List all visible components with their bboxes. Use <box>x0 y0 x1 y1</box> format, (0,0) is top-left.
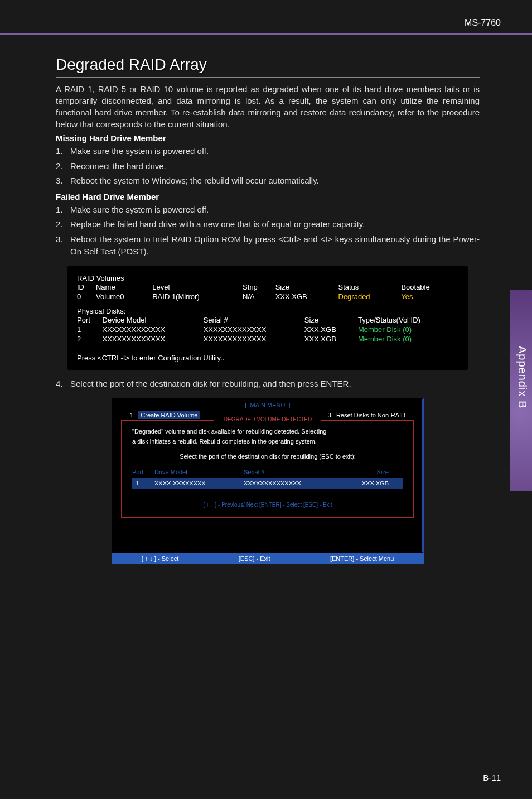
col-size: Size <box>275 282 338 292</box>
missing-steps: Make sure the system is powered off. Rec… <box>56 145 480 187</box>
pcell-port: 1 <box>77 325 103 334</box>
cell-status: Degraded <box>338 292 402 301</box>
failed-heading: Failed Hard Drive Member <box>56 192 480 201</box>
col-id: ID <box>77 282 96 292</box>
cell-size: XXX.XGB <box>275 292 338 301</box>
col-size: Size <box>344 468 389 478</box>
cell-size: XXX.XGB <box>344 479 389 489</box>
col-level: Level <box>152 282 243 292</box>
hint-select-menu: [ENTER] - Select Menu <box>330 555 394 562</box>
col-port: Port <box>132 468 154 478</box>
pcol-type: Type/Status(Vol ID) <box>358 315 458 325</box>
pcell-port: 2 <box>77 334 103 344</box>
cell-id: 0 <box>77 292 96 301</box>
hint-exit: [ESC] - Exit <box>239 555 270 562</box>
list-item: Make sure the system is powered off. <box>56 204 480 216</box>
failed-steps: Make sure the system is powered off. Rep… <box>56 204 480 258</box>
list-item: Reboot the system to Intel RAID Option R… <box>56 233 480 258</box>
intro-paragraph: A RAID 1, RAID 5 or RAID 10 volume is re… <box>56 83 480 130</box>
list-item: Make sure the system is powered off. <box>56 145 480 158</box>
col-strip: Strip <box>243 282 275 292</box>
bottom-nav-bar: [ ↑ ↓ ] - Select [ESC] - Exit [ENTER] - … <box>112 553 424 564</box>
col-drive-model: Drive Model <box>154 468 244 478</box>
page-number: B-11 <box>483 773 501 782</box>
hint-select: [ ↑ ↓ ] - Select <box>142 555 179 562</box>
col-bootable: Bootable <box>401 282 458 292</box>
section-title: Degraded RAID Array <box>56 56 480 78</box>
bios-raid-volumes-panel: RAID Volumes ID Name Level Strip Size St… <box>67 266 468 370</box>
col-status: Status <box>338 282 402 292</box>
cell-name: Volume0 <box>96 292 152 301</box>
col-serial: Serial # <box>244 468 344 478</box>
bios-main-menu-panel: [ MAIN MENU ] 1. Create RAID Volume 3. R… <box>112 398 424 564</box>
nav-hint: [ ↑ ↓ ] - Previous/ Next [ENTER] - Selec… <box>132 500 403 509</box>
cell-bootable: Yes <box>401 292 458 301</box>
main-menu-label: [ MAIN MENU ] <box>243 402 292 408</box>
missing-heading: Missing Hard Drive Member <box>56 133 480 143</box>
disk-row-selected[interactable]: 1 XXXX-XXXXXXXX XXXXXXXXXXXXXX XXX.XGB <box>132 478 403 489</box>
col-name: Name <box>96 282 152 292</box>
side-tab: Appendix B <box>510 290 532 491</box>
pcell-size: XXX.XGB <box>304 334 358 344</box>
cell-level: RAID 1(Mirror) <box>152 292 243 301</box>
pcell-type: Member Disk (0) <box>358 325 458 334</box>
pcell-serial: XXXXXXXXXXXXX <box>204 334 304 344</box>
side-tab-label: Appendix B <box>516 346 529 408</box>
cell-serial: XXXXXXXXXXXXXX <box>244 479 344 489</box>
header-divider <box>0 33 532 35</box>
degraded-msg-line3: Select the port of the destination disk … <box>132 452 403 462</box>
list-item: Reconnect the hard drive. <box>56 160 480 173</box>
raid-volumes-label: RAID Volumes <box>77 274 458 282</box>
pcell-model: XXXXXXXXXXXXX <box>103 334 204 344</box>
degraded-msg-line1: "Degraded" volume and disk available for… <box>132 427 403 437</box>
page-model: MS-7760 <box>465 18 501 28</box>
list-item: Reboot the system to Windows; the rebuil… <box>56 175 480 187</box>
degraded-title: DEGRADED VOLUME DETECTED <box>221 416 314 422</box>
pcol-model: Device Model <box>103 315 204 325</box>
pcol-serial: Serial # <box>204 315 304 325</box>
list-item: Replace the failed hard drive with a new… <box>56 218 480 231</box>
physical-disks-label: Physical Disks: <box>77 307 458 315</box>
pcell-size: XXX.XGB <box>304 325 358 334</box>
step-4: Select the port of the destination disk … <box>56 378 480 391</box>
pcol-port: Port <box>77 315 103 325</box>
bios-footer-hint: Press <CTRL-I> to enter Configuration Ut… <box>77 354 458 362</box>
cell-port: 1 <box>132 479 154 489</box>
pcell-model: XXXXXXXXXXXXX <box>103 325 204 334</box>
degraded-msg-line2: a disk initiates a rebuild. Rebuild comp… <box>132 437 403 447</box>
cell-strip: N/A <box>243 292 275 301</box>
pcell-serial: XXXXXXXXXXXXX <box>204 325 304 334</box>
cell-model: XXXX-XXXXXXXX <box>154 479 244 489</box>
pcell-type: Member Disk (0) <box>358 334 458 344</box>
pcol-size: Size <box>304 315 358 325</box>
degraded-volume-dialog: [ DEGRADED VOLUME DETECTED ] "Degraded" … <box>121 420 414 518</box>
